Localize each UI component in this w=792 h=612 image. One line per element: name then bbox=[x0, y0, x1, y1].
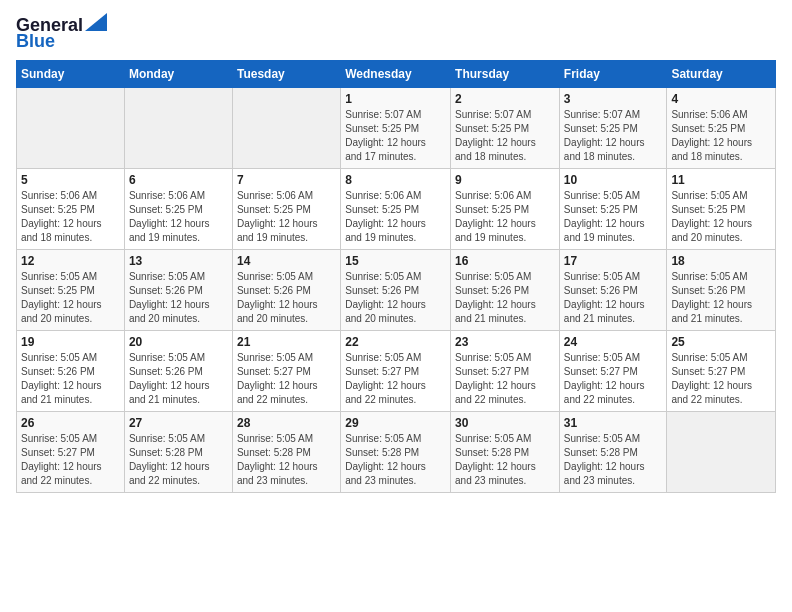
calendar-body: 1Sunrise: 5:07 AM Sunset: 5:25 PM Daylig… bbox=[17, 87, 776, 492]
calendar-cell: 1Sunrise: 5:07 AM Sunset: 5:25 PM Daylig… bbox=[341, 87, 451, 168]
day-info: Sunrise: 5:05 AM Sunset: 5:27 PM Dayligh… bbox=[671, 351, 771, 407]
logo: General Blue bbox=[16, 16, 107, 52]
logo-blue-text: Blue bbox=[16, 31, 55, 51]
day-info: Sunrise: 5:07 AM Sunset: 5:25 PM Dayligh… bbox=[564, 108, 663, 164]
header-day-tuesday: Tuesday bbox=[232, 60, 340, 87]
calendar-table: SundayMondayTuesdayWednesdayThursdayFrid… bbox=[16, 60, 776, 493]
day-number: 1 bbox=[345, 92, 446, 106]
day-info: Sunrise: 5:05 AM Sunset: 5:27 PM Dayligh… bbox=[345, 351, 446, 407]
calendar-cell: 30Sunrise: 5:05 AM Sunset: 5:28 PM Dayli… bbox=[451, 411, 560, 492]
calendar-cell: 4Sunrise: 5:06 AM Sunset: 5:25 PM Daylig… bbox=[667, 87, 776, 168]
calendar-cell bbox=[667, 411, 776, 492]
calendar-cell: 29Sunrise: 5:05 AM Sunset: 5:28 PM Dayli… bbox=[341, 411, 451, 492]
day-number: 16 bbox=[455, 254, 555, 268]
svg-marker-0 bbox=[85, 13, 107, 31]
header-day-saturday: Saturday bbox=[667, 60, 776, 87]
day-number: 30 bbox=[455, 416, 555, 430]
calendar-cell: 8Sunrise: 5:06 AM Sunset: 5:25 PM Daylig… bbox=[341, 168, 451, 249]
week-row-3: 12Sunrise: 5:05 AM Sunset: 5:25 PM Dayli… bbox=[17, 249, 776, 330]
day-number: 23 bbox=[455, 335, 555, 349]
calendar-cell: 5Sunrise: 5:06 AM Sunset: 5:25 PM Daylig… bbox=[17, 168, 125, 249]
calendar-cell: 12Sunrise: 5:05 AM Sunset: 5:25 PM Dayli… bbox=[17, 249, 125, 330]
day-number: 19 bbox=[21, 335, 120, 349]
calendar-cell: 14Sunrise: 5:05 AM Sunset: 5:26 PM Dayli… bbox=[232, 249, 340, 330]
calendar-cell: 6Sunrise: 5:06 AM Sunset: 5:25 PM Daylig… bbox=[124, 168, 232, 249]
day-number: 8 bbox=[345, 173, 446, 187]
day-info: Sunrise: 5:05 AM Sunset: 5:26 PM Dayligh… bbox=[671, 270, 771, 326]
day-info: Sunrise: 5:05 AM Sunset: 5:27 PM Dayligh… bbox=[237, 351, 336, 407]
day-info: Sunrise: 5:07 AM Sunset: 5:25 PM Dayligh… bbox=[455, 108, 555, 164]
calendar-cell bbox=[17, 87, 125, 168]
week-row-2: 5Sunrise: 5:06 AM Sunset: 5:25 PM Daylig… bbox=[17, 168, 776, 249]
calendar-cell: 3Sunrise: 5:07 AM Sunset: 5:25 PM Daylig… bbox=[559, 87, 667, 168]
calendar-cell: 24Sunrise: 5:05 AM Sunset: 5:27 PM Dayli… bbox=[559, 330, 667, 411]
day-number: 7 bbox=[237, 173, 336, 187]
day-info: Sunrise: 5:05 AM Sunset: 5:25 PM Dayligh… bbox=[564, 189, 663, 245]
calendar-cell: 22Sunrise: 5:05 AM Sunset: 5:27 PM Dayli… bbox=[341, 330, 451, 411]
day-info: Sunrise: 5:05 AM Sunset: 5:27 PM Dayligh… bbox=[564, 351, 663, 407]
week-row-1: 1Sunrise: 5:07 AM Sunset: 5:25 PM Daylig… bbox=[17, 87, 776, 168]
day-number: 25 bbox=[671, 335, 771, 349]
day-info: Sunrise: 5:06 AM Sunset: 5:25 PM Dayligh… bbox=[671, 108, 771, 164]
calendar-cell: 26Sunrise: 5:05 AM Sunset: 5:27 PM Dayli… bbox=[17, 411, 125, 492]
day-number: 4 bbox=[671, 92, 771, 106]
day-number: 15 bbox=[345, 254, 446, 268]
calendar-cell: 20Sunrise: 5:05 AM Sunset: 5:26 PM Dayli… bbox=[124, 330, 232, 411]
day-number: 17 bbox=[564, 254, 663, 268]
day-number: 2 bbox=[455, 92, 555, 106]
header-day-sunday: Sunday bbox=[17, 60, 125, 87]
day-info: Sunrise: 5:05 AM Sunset: 5:26 PM Dayligh… bbox=[564, 270, 663, 326]
day-number: 14 bbox=[237, 254, 336, 268]
day-number: 10 bbox=[564, 173, 663, 187]
header-day-monday: Monday bbox=[124, 60, 232, 87]
calendar-cell: 21Sunrise: 5:05 AM Sunset: 5:27 PM Dayli… bbox=[232, 330, 340, 411]
day-info: Sunrise: 5:05 AM Sunset: 5:26 PM Dayligh… bbox=[345, 270, 446, 326]
day-number: 22 bbox=[345, 335, 446, 349]
day-number: 20 bbox=[129, 335, 228, 349]
day-number: 6 bbox=[129, 173, 228, 187]
day-info: Sunrise: 5:05 AM Sunset: 5:26 PM Dayligh… bbox=[129, 351, 228, 407]
day-number: 11 bbox=[671, 173, 771, 187]
calendar-cell: 9Sunrise: 5:06 AM Sunset: 5:25 PM Daylig… bbox=[451, 168, 560, 249]
week-row-4: 19Sunrise: 5:05 AM Sunset: 5:26 PM Dayli… bbox=[17, 330, 776, 411]
calendar-cell: 16Sunrise: 5:05 AM Sunset: 5:26 PM Dayli… bbox=[451, 249, 560, 330]
day-info: Sunrise: 5:06 AM Sunset: 5:25 PM Dayligh… bbox=[455, 189, 555, 245]
day-info: Sunrise: 5:06 AM Sunset: 5:25 PM Dayligh… bbox=[129, 189, 228, 245]
day-info: Sunrise: 5:05 AM Sunset: 5:26 PM Dayligh… bbox=[21, 351, 120, 407]
logo-arrow-icon bbox=[85, 13, 107, 31]
week-row-5: 26Sunrise: 5:05 AM Sunset: 5:27 PM Dayli… bbox=[17, 411, 776, 492]
calendar-cell: 2Sunrise: 5:07 AM Sunset: 5:25 PM Daylig… bbox=[451, 87, 560, 168]
calendar-cell: 13Sunrise: 5:05 AM Sunset: 5:26 PM Dayli… bbox=[124, 249, 232, 330]
page-header: General Blue bbox=[16, 16, 776, 52]
day-info: Sunrise: 5:05 AM Sunset: 5:27 PM Dayligh… bbox=[21, 432, 120, 488]
day-number: 5 bbox=[21, 173, 120, 187]
calendar-cell: 18Sunrise: 5:05 AM Sunset: 5:26 PM Dayli… bbox=[667, 249, 776, 330]
day-number: 9 bbox=[455, 173, 555, 187]
calendar-cell: 15Sunrise: 5:05 AM Sunset: 5:26 PM Dayli… bbox=[341, 249, 451, 330]
day-number: 29 bbox=[345, 416, 446, 430]
day-number: 31 bbox=[564, 416, 663, 430]
day-info: Sunrise: 5:05 AM Sunset: 5:26 PM Dayligh… bbox=[237, 270, 336, 326]
header-day-thursday: Thursday bbox=[451, 60, 560, 87]
day-info: Sunrise: 5:06 AM Sunset: 5:25 PM Dayligh… bbox=[345, 189, 446, 245]
calendar-cell bbox=[124, 87, 232, 168]
calendar-cell bbox=[232, 87, 340, 168]
day-number: 24 bbox=[564, 335, 663, 349]
day-info: Sunrise: 5:05 AM Sunset: 5:28 PM Dayligh… bbox=[129, 432, 228, 488]
calendar-cell: 28Sunrise: 5:05 AM Sunset: 5:28 PM Dayli… bbox=[232, 411, 340, 492]
day-info: Sunrise: 5:06 AM Sunset: 5:25 PM Dayligh… bbox=[237, 189, 336, 245]
calendar-cell: 10Sunrise: 5:05 AM Sunset: 5:25 PM Dayli… bbox=[559, 168, 667, 249]
header-day-wednesday: Wednesday bbox=[341, 60, 451, 87]
day-number: 13 bbox=[129, 254, 228, 268]
day-info: Sunrise: 5:05 AM Sunset: 5:28 PM Dayligh… bbox=[345, 432, 446, 488]
day-number: 3 bbox=[564, 92, 663, 106]
day-number: 12 bbox=[21, 254, 120, 268]
day-info: Sunrise: 5:05 AM Sunset: 5:25 PM Dayligh… bbox=[21, 270, 120, 326]
day-info: Sunrise: 5:05 AM Sunset: 5:25 PM Dayligh… bbox=[671, 189, 771, 245]
calendar-cell: 19Sunrise: 5:05 AM Sunset: 5:26 PM Dayli… bbox=[17, 330, 125, 411]
day-info: Sunrise: 5:07 AM Sunset: 5:25 PM Dayligh… bbox=[345, 108, 446, 164]
calendar-cell: 11Sunrise: 5:05 AM Sunset: 5:25 PM Dayli… bbox=[667, 168, 776, 249]
day-number: 18 bbox=[671, 254, 771, 268]
day-number: 26 bbox=[21, 416, 120, 430]
calendar-cell: 25Sunrise: 5:05 AM Sunset: 5:27 PM Dayli… bbox=[667, 330, 776, 411]
